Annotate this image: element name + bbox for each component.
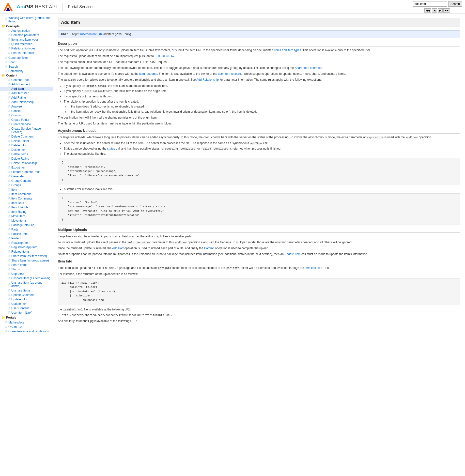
sidebar-item-oauth[interactable]: 📄 OAuth 2.0 [0,325,53,329]
sidebar-item-deleterel[interactable]: 📄 Delete Relationship [0,161,53,165]
add-part-link[interactable]: Add Part [112,246,124,250]
sidebar-item-usercontent[interactable]: 📄 User Content [0,306,53,310]
sidebar-item-parts[interactable]: 📄 Parts [0,227,53,232]
sidebar-item-considerations[interactable]: 📄 Considerations and Limitations [0,329,53,334]
user-item-resource-link[interactable]: user item resource [218,72,242,76]
page-icon: 📄 [4,70,7,73]
sidebar-item-createserviceimg[interactable]: 📄 Create Service (Image Service) [0,126,53,134]
sidebar-item-iteminfofile[interactable]: 📄 Item Info File [0,205,53,210]
sidebar-item-additempart[interactable]: 📄 Add Item Part [0,91,53,95]
sidebar-item-groupcontent[interactable]: 📄 Group Content [0,179,53,183]
nav-prev[interactable]: ◀ [432,8,437,13]
page-icon: 📄 [7,38,10,41]
sidebar-item-deleteitem[interactable]: 📄 Delete Item [0,148,53,152]
page-icon: 📄 [7,101,10,104]
item-resource-link[interactable]: item resource [139,72,157,76]
sidebar-item-regappinfo[interactable]: 📄 Registered App Info [0,245,53,249]
sidebar-item-auth[interactable]: 📄 Authentication [0,29,53,33]
sidebar-item-reassignitem[interactable]: 📄 Reassign Item [0,241,53,245]
sidebar-item-unshareitems[interactable]: 📄 Unshare Items [0,288,53,293]
share-item-link[interactable]: Share Item operation [295,66,322,70]
search-button[interactable]: Search [448,1,462,7]
page-icon: 📄 [7,140,10,142]
sidebar-item-working[interactable]: 📄 Working with users, groups, and items [0,16,53,24]
sidebar-item-shareitemowner[interactable]: 📄 Share Item (as item owner) [0,254,53,258]
sidebar-item-status[interactable]: 📄 Status [0,267,53,272]
add-relationship-link[interactable]: Add Relationship [196,78,219,81]
sidebar-item-itemrating[interactable]: 📄 Item Rating [0,210,53,214]
sidebar-item-protect[interactable]: 📄 Protect [0,236,53,241]
item-info-file-link[interactable]: item info file [305,266,321,270]
status-link[interactable]: status [107,147,115,150]
sidebar-item-createfolder[interactable]: 📄 Create Folder [0,118,53,122]
sidebar-item-deleterating[interactable]: 📄 Delete Rating [0,156,53,161]
sidebar-item-reltypes[interactable]: 📄 Relationship types [0,46,53,51]
sidebar-item-deletecomment[interactable]: 📄 Delete Comment [0,134,53,139]
sidebar-item-unprotect[interactable]: 📄 Unprotect [0,272,53,276]
usercontent-url-link[interactable]: <usercontent-url> [79,32,103,36]
sidebar-item-addrel[interactable]: 📄 Add Relationship [0,100,53,104]
sidebar-item-itemcomments[interactable]: 📄 Item Comments [0,196,53,201]
iteminfo-p4: And similarly, thumbnail.jpg is availabl… [58,319,460,323]
sidebar-item-shareitems[interactable]: 📄 Share Items [0,263,53,267]
sidebar-item-itemcomment[interactable]: 📄 Item Comment [0,192,53,196]
nav-last[interactable]: ▶▶ [443,8,450,13]
nav-first[interactable]: ◀◀ [424,8,431,13]
sidebar-item-updatecomment[interactable]: 📄 Update Comment [0,293,53,297]
sidebar-item-packageinfofile[interactable]: 📄 Package Info File [0,223,53,227]
sidebar-item-shareitemgroupadmin[interactable]: 📄 Share Item (as group admin) [0,258,53,263]
sidebar-item-marketplace[interactable]: 📄 Marketplace [0,320,53,325]
sidebar-item-groups[interactable]: 📄 Groups [0,183,53,187]
sidebar-content-header[interactable]: 📂 Content [0,73,53,78]
sidebar-item-item[interactable]: 📄 Item [0,187,53,192]
page-icon: 📄 [7,162,10,165]
commit-link[interactable]: Commit [204,246,214,250]
page-icon: 📄 [7,119,10,121]
sidebar-item-addcomment[interactable]: 📄 Add Comment [0,82,53,87]
sidebar-concepts-header[interactable]: 📁 Concepts [0,24,53,29]
sidebar-item-analyze[interactable]: 📄 Analyze [0,104,53,109]
page-icon: 📄 [4,326,7,328]
sidebar-item-exportitem[interactable]: 📄 Export Item [0,165,53,170]
sidebar-item-items[interactable]: 📄 Items and item types [0,37,53,42]
sidebar-item-unshareitemgroupadmin[interactable]: 📄 Unshare Item (as group admin) [0,280,53,288]
nav-next[interactable]: ▶ [438,8,443,13]
sidebar-item-relateditems[interactable]: 📄 Related Items [0,249,53,254]
sidebar-item-search[interactable]: 📄 Search [0,64,53,69]
portal-title: Portal Services [68,5,94,9]
sidebar-item-unshareitemowner[interactable]: 📄 Unshare Item (as item owner) [0,276,53,280]
async-list: After the file is uploaded, the server r… [64,141,460,156]
sidebar-item-updateinfo[interactable]: 📄 Update Info [0,297,53,302]
sidebar-item-gentoken[interactable]: 📄 Generate Token [0,56,53,60]
sidebar-portals-header[interactable]: 📁 Portals [0,315,53,320]
update-item-link[interactable]: Update Item [284,252,300,256]
sidebar-item-common[interactable]: 📄 Common parameters [0,33,53,37]
sidebar-item-searchref[interactable]: 📄 Search reference [0,51,53,55]
sidebar-item-commit[interactable]: 📄 Commit [0,113,53,118]
sidebar-item-root[interactable]: 📄 Root [0,60,53,64]
search-input[interactable] [413,1,447,7]
sidebar-item-moveitems[interactable]: 📄 Move Items [0,218,53,223]
sidebar-item-deletefolder[interactable]: 📄 Delete Folder [0,139,53,143]
sidebar-item-community[interactable]: 📄 Community [0,69,53,73]
sidebar-item-moveitem[interactable]: 📄 Move Item [0,214,53,218]
sidebar-item-publishitem[interactable]: 📄 Publish Item [0,232,53,236]
sidebar-item-deleteitems[interactable]: 📄 Delete Items [0,152,53,156]
sidebar-section-concepts: 📁 Concepts 📄 Authentication 📄 Common par… [0,24,53,55]
rfc1867-link[interactable]: IETF RFC1867 [155,54,175,58]
page-icon: 📄 [7,157,10,160]
items-item-types-link[interactable]: items and item types [274,48,301,52]
sidebar-item-additem[interactable]: 📄 Add Item [0,87,53,91]
sidebar-item-contentroot[interactable]: 📄 Content Root [0,78,53,82]
sidebar-item-generate[interactable]: 📄 Generate [0,174,53,179]
sidebar-item-itemdata[interactable]: 📄 Item Data [0,201,53,205]
sidebar-item-deleteinfo[interactable]: 📄 Delete Info [0,143,53,148]
logo-text: ArcGIS REST API [17,4,57,10]
sidebar-item-createservice[interactable]: 📄 Create Service [0,122,53,126]
sidebar-item-featurecontentroot[interactable]: 📄 Feature Content Root [0,170,53,174]
sidebar-item-quickref[interactable]: 📄 Quick reference [0,42,53,46]
sidebar-item-useritemlink[interactable]: 📄 User Item (Link) [0,310,53,315]
sidebar-item-updateitem[interactable]: 📄 Update Item [0,302,53,306]
sidebar-item-cancel[interactable]: 📄 Cancel [0,109,53,113]
sidebar-item-addrating[interactable]: 📄 Add Rating [0,95,53,100]
